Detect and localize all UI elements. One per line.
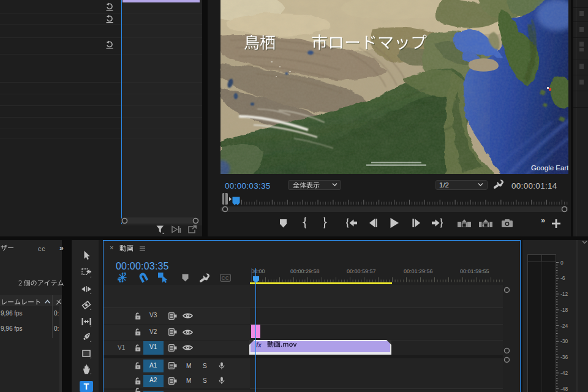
svg-text:»: » <box>59 244 64 251</box>
svg-text:»: » <box>541 216 545 224</box>
